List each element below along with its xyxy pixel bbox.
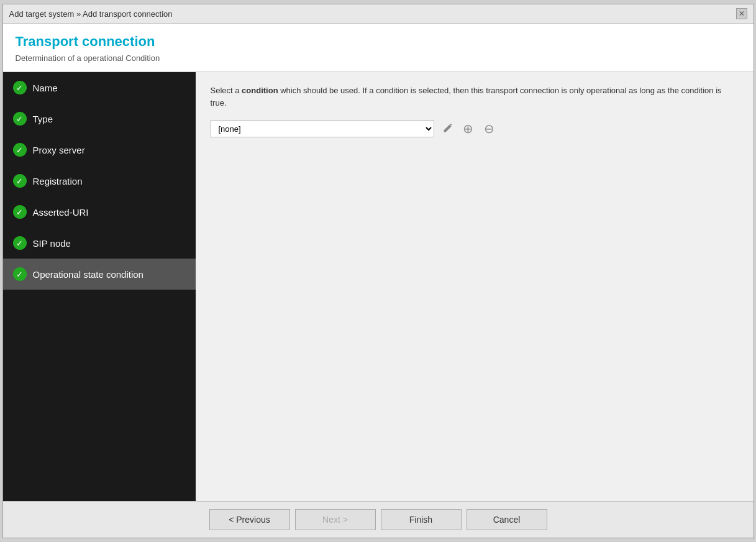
title-bar: Add target system » Add transport connec… xyxy=(3,4,754,24)
sidebar-item-operational-state-condition[interactable]: ✓ Operational state condition xyxy=(3,259,196,290)
sidebar-item-proxy-server[interactable]: ✓ Proxy server xyxy=(3,134,196,165)
remove-condition-button[interactable]: ⊖ xyxy=(481,121,498,137)
close-button[interactable]: ✕ xyxy=(736,8,747,19)
check-icon-registration: ✓ xyxy=(13,174,27,188)
sidebar-item-name[interactable]: ✓ Name xyxy=(3,72,196,103)
sidebar-label-registration: Registration xyxy=(33,176,83,186)
sidebar-item-asserted-uri[interactable]: ✓ Asserted-URI xyxy=(3,196,196,227)
sidebar-item-registration[interactable]: ✓ Registration xyxy=(3,165,196,196)
header-section: Transport connection Determination of a … xyxy=(3,24,754,72)
check-icon-sip-node: ✓ xyxy=(13,236,27,250)
description-text: Select a condition which should be used.… xyxy=(211,85,739,109)
sidebar-label-proxy-server: Proxy server xyxy=(33,145,85,155)
sidebar-label-sip-node: SIP node xyxy=(33,238,71,249)
check-icon-asserted-uri: ✓ xyxy=(13,205,27,219)
previous-button[interactable]: < Previous xyxy=(209,509,290,530)
cancel-button[interactable]: Cancel xyxy=(467,509,547,530)
title-bar-label: Add target system » Add transport connec… xyxy=(9,9,173,19)
desc-suffix: which should be used. If a condition is … xyxy=(211,86,722,108)
pencil-icon xyxy=(442,124,452,134)
main-panel: Select a condition which should be used.… xyxy=(196,72,754,501)
add-condition-button[interactable]: ⊕ xyxy=(460,121,476,137)
edit-condition-button[interactable] xyxy=(439,121,455,137)
desc-bold: condition xyxy=(242,86,278,95)
check-icon-operational: ✓ xyxy=(13,267,27,281)
desc-prefix: Select a xyxy=(211,86,242,95)
footer: < Previous Next > Finish Cancel xyxy=(3,501,754,538)
finish-button[interactable]: Finish xyxy=(381,509,462,530)
condition-row: [none] ⊕ ⊖ xyxy=(211,120,739,137)
sidebar-item-type[interactable]: ✓ Type xyxy=(3,103,196,134)
page-subtitle: Determination of a operational Condition xyxy=(16,53,741,63)
check-icon-type: ✓ xyxy=(13,112,27,126)
close-icon: ✕ xyxy=(739,9,745,18)
sidebar-label-type: Type xyxy=(33,114,53,124)
sidebar-item-sip-node[interactable]: ✓ SIP node xyxy=(3,227,196,259)
page-title: Transport connection xyxy=(16,34,741,50)
dialog: Add target system » Add transport connec… xyxy=(2,4,754,538)
condition-select[interactable]: [none] xyxy=(211,120,434,137)
sidebar-label-operational: Operational state condition xyxy=(33,269,143,280)
next-button[interactable]: Next > xyxy=(295,509,376,530)
check-icon-name: ✓ xyxy=(13,81,27,94)
sidebar-label-name: Name xyxy=(33,83,58,93)
sidebar-label-asserted-uri: Asserted-URI xyxy=(33,207,89,218)
sidebar: ✓ Name ✓ Type ✓ Proxy server ✓ Registrat… xyxy=(3,72,196,501)
content-area: ✓ Name ✓ Type ✓ Proxy server ✓ Registrat… xyxy=(3,72,754,501)
check-icon-proxy-server: ✓ xyxy=(13,143,27,157)
